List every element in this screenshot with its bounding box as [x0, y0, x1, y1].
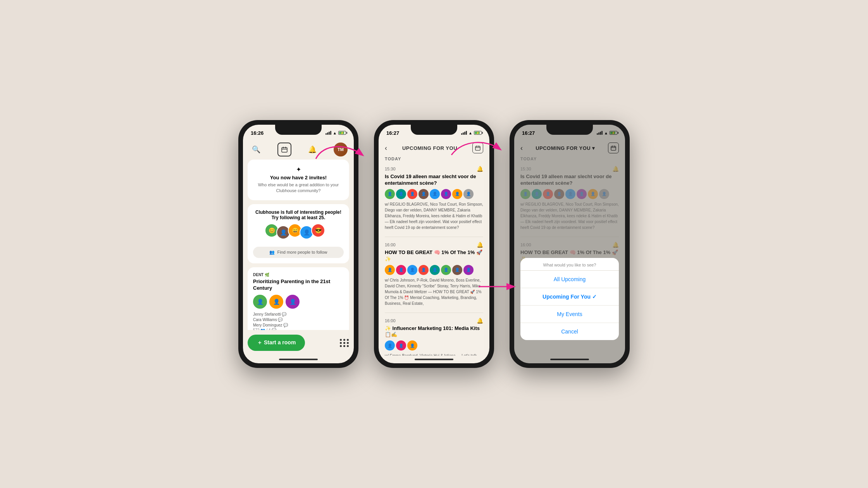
ev2-avatar-6: 👤	[441, 265, 451, 275]
home-bottom: ＋ Start a room	[243, 330, 354, 356]
avatar-cluster: 😊 👤 😄 👤 😎	[253, 223, 344, 243]
phone-2: 16:27 ▲ ⚡ ‹ UPCOMING	[374, 120, 494, 368]
ev-avatar-3: 👤	[407, 189, 417, 199]
time-1: 16:26	[251, 130, 264, 136]
user-avatar[interactable]: TM	[334, 143, 348, 156]
upcoming-header-2: ‹ UPCOMING FOR YOU	[379, 139, 489, 155]
invite-title: You now have 2 invites!	[254, 175, 343, 180]
invite-star: ✦	[254, 166, 343, 173]
screen-1: 16:26 ▲ ⚡ 🔍	[243, 125, 354, 363]
ev3-avatar-1: 👤	[385, 340, 395, 351]
speaker-avatar-3: 👤	[286, 295, 300, 309]
room-card-1[interactable]: DENT 🌿 Prioritizing Parenting in the 21s…	[248, 267, 349, 330]
event-time-1: 15:30	[385, 167, 396, 171]
ev2-avatar-7: 👤	[452, 265, 462, 275]
ev-avatar-5: 👤	[430, 189, 440, 199]
dropdown-my-events[interactable]: My Events	[520, 306, 619, 323]
notch-1	[275, 125, 322, 135]
event-item-2[interactable]: 16:00 🔔 HOW TO BE GREAT 🧠 1% Of The 1% 🚀…	[385, 242, 483, 306]
calendar-button[interactable]	[277, 143, 291, 156]
room-title-1: Prioritizing Parenting in the 21st Centu…	[253, 278, 344, 292]
event-divider-1	[385, 237, 483, 237]
section-label-2: TODAY	[385, 156, 483, 161]
time-2: 16:27	[386, 130, 399, 136]
phone-1: 16:26 ▲ ⚡ 🔍	[238, 120, 358, 368]
grid-menu[interactable]	[340, 339, 349, 347]
svg-rect-1	[282, 148, 287, 152]
dropdown-cancel[interactable]: Cancel	[520, 323, 619, 340]
follow-title: Clubhouse is full of interesting people!…	[253, 210, 344, 220]
speaker-avatar-2: 👤	[269, 295, 283, 309]
ev2-avatar-1: 👤	[385, 265, 395, 275]
event-desc-2: w/ Chris Johnson, P-Rok, David Moreno, B…	[385, 277, 483, 306]
ev-avatar-1: 👤	[385, 189, 395, 199]
notification-button[interactable]: 🔔	[305, 143, 319, 156]
phone-3: 16:27 ▲ ⚡ ‹	[510, 120, 630, 368]
ev-avatar-6: 👤	[441, 189, 451, 199]
speaker-names-3: Mery Dominguez 💬	[253, 323, 344, 328]
notch-3	[546, 125, 593, 135]
invite-card: ✦ You now have 2 invites! Who else would…	[248, 160, 349, 200]
ev2-avatar-2: 👤	[396, 265, 406, 275]
search-button[interactable]: 🔍	[249, 143, 263, 156]
event-desc-1: w/ REGILIO BLAGROVE, Nico Tout Court, Ro…	[385, 201, 483, 230]
event-title-2: HOW TO BE GREAT 🧠 1% Of The 1% 🚀✨	[385, 249, 483, 263]
home-indicator-1	[243, 356, 354, 363]
screen-3: 16:27 ▲ ⚡ ‹	[514, 125, 625, 363]
event-avatars-2: 👤 👤 👤 👤 👤 👤 👤 👤	[385, 265, 483, 275]
signal-1	[326, 131, 331, 135]
signal-2	[461, 131, 467, 135]
bell-icon-3[interactable]: 🔔	[477, 318, 483, 324]
upcoming-title-2: UPCOMING FOR YOU	[402, 145, 457, 151]
status-icons-2: ▲ ⚡	[461, 131, 482, 135]
calendar-icon-2[interactable]	[472, 143, 483, 153]
upcoming-feed-2: TODAY 15:30 🔔 Is Covid 19 alleen maar sl…	[379, 155, 489, 356]
event-avatars-3: 👤 👤 👤	[385, 340, 483, 351]
room-club-1: DENT 🌿	[253, 273, 344, 277]
find-more-label: Find more people to follow	[277, 250, 327, 254]
svg-rect-6	[475, 146, 480, 151]
event-divider-2	[385, 313, 483, 313]
speaker-names-1: Jenny Stefanotti 💬	[253, 312, 344, 317]
ev3-avatar-3: 👤	[407, 340, 417, 351]
event-item-1[interactable]: 15:30 🔔 Is Covid 19 alleen maar slecht v…	[385, 166, 483, 230]
ev-avatar-2: 👤	[396, 189, 406, 199]
ev3-avatar-2: 👤	[396, 340, 406, 351]
ev-avatar-4: 👤	[418, 189, 429, 199]
find-more-button[interactable]: 👥 Find more people to follow	[253, 247, 344, 258]
event-title-3: ✨ Influencer Marketing 101: Media Kits 📋…	[385, 325, 483, 339]
ev2-avatar-4: 👤	[418, 265, 429, 275]
ev2-avatar-5: 👤	[430, 265, 440, 275]
bell-icon-2[interactable]: 🔔	[477, 242, 483, 248]
ev2-avatar-3: 👤	[407, 265, 417, 275]
screen-2: 16:27 ▲ ⚡ ‹ UPCOMING	[379, 125, 489, 363]
start-room-button[interactable]: ＋ Start a room	[248, 335, 305, 351]
dropdown-question: What would you like to see?	[520, 258, 619, 271]
back-button-2[interactable]: ‹	[385, 144, 387, 152]
wifi-icon-2: ▲	[468, 131, 472, 135]
battery-2: ⚡	[474, 131, 482, 135]
home-indicator-2	[379, 356, 489, 363]
invite-subtitle: Who else would be a great addition to yo…	[254, 182, 343, 194]
speaker-names-2: Cara Williams 💬	[253, 317, 344, 323]
event-desc-3: w/ Emma Berglund, Victoria Hui & Istiana…	[385, 353, 483, 356]
dropdown-sheet: What would you like to see? All Upcoming…	[520, 258, 619, 340]
speaker-avatar-1: 👤	[253, 295, 267, 309]
dropdown-upcoming-for-you[interactable]: Upcoming For You ✓	[520, 288, 619, 306]
start-room-label: ＋ Start a room	[257, 339, 296, 346]
event-avatars-1: 👤 👤 👤 👤 👤 👤 👤 👤	[385, 189, 483, 199]
event-time-3: 16:00	[385, 318, 396, 323]
event-time-2: 16:00	[385, 242, 396, 247]
wifi-icon-1: ▲	[333, 131, 337, 135]
event-item-3[interactable]: 16:00 🔔 ✨ Influencer Marketing 101: Medi…	[385, 318, 483, 356]
cluster-avatar-5: 😎	[311, 223, 325, 237]
ev2-avatar-8: 👤	[463, 265, 474, 275]
dropdown-all-upcoming[interactable]: All Upcoming	[520, 271, 619, 288]
notch-2	[411, 125, 457, 135]
battery-1: ⚡	[338, 131, 346, 135]
home-feed: ✦ You now have 2 invites! Who else would…	[243, 160, 354, 330]
status-icons-1: ▲ ⚡	[326, 131, 346, 135]
ev-avatar-7: 👤	[452, 189, 462, 199]
bell-icon-1[interactable]: 🔔	[477, 166, 483, 172]
follow-card: Clubhouse is full of interesting people!…	[248, 204, 349, 263]
